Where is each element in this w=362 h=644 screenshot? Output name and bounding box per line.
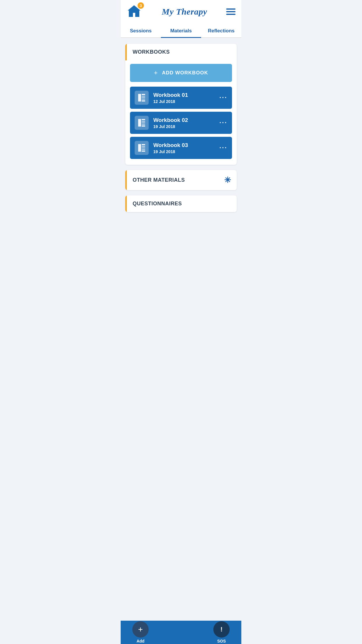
app-title: My Therapy bbox=[162, 7, 207, 17]
workbook-item-02[interactable]: Workbook 02 19 Jul 2018 ··· bbox=[130, 112, 232, 134]
workbook-name-03: Workbook 03 bbox=[153, 142, 215, 148]
workbook-info-01: Workbook 01 12 Jul 2018 bbox=[153, 92, 215, 104]
svg-rect-12 bbox=[138, 144, 141, 152]
svg-rect-0 bbox=[138, 94, 141, 102]
add-plus-icon: + bbox=[154, 69, 158, 77]
questionnaires-title: QUESTIONNAIRES bbox=[133, 201, 231, 207]
workbook-item-01[interactable]: Workbook 01 12 Jul 2018 ··· bbox=[130, 87, 232, 109]
svg-rect-3 bbox=[142, 97, 145, 98]
workbook-more-03[interactable]: ··· bbox=[219, 144, 227, 152]
workbook-icon-02 bbox=[135, 116, 149, 130]
svg-rect-9 bbox=[142, 123, 145, 123]
workbooks-section: WORKBOOKS + ADD WORKBOOK bbox=[125, 44, 237, 165]
home-button[interactable]: 3 bbox=[126, 4, 143, 20]
svg-rect-7 bbox=[142, 119, 145, 120]
svg-rect-11 bbox=[142, 125, 145, 127]
tab-reflections[interactable]: Reflections bbox=[201, 23, 241, 37]
workbook-info-02: Workbook 02 19 Jul 2018 bbox=[153, 117, 215, 129]
svg-rect-4 bbox=[142, 99, 145, 99]
workbook-name-01: Workbook 01 bbox=[153, 92, 215, 98]
workbook-date-02: 19 Jul 2018 bbox=[153, 124, 215, 129]
tab-sessions[interactable]: Sessions bbox=[121, 23, 161, 37]
hamburger-line-1 bbox=[226, 8, 236, 10]
svg-rect-10 bbox=[142, 124, 145, 125]
add-workbook-button[interactable]: + ADD WORKBOOK bbox=[130, 64, 232, 82]
workbook-date-03: 19 Jul 2018 bbox=[153, 149, 215, 154]
workbook-date-01: 12 Jul 2018 bbox=[153, 99, 215, 104]
questionnaires-section: QUESTIONNAIRES bbox=[125, 195, 237, 212]
workbooks-header: WORKBOOKS bbox=[125, 44, 237, 60]
svg-rect-15 bbox=[142, 148, 145, 148]
hamburger-line-3 bbox=[226, 14, 236, 15]
other-materials-section: OTHER MATERIALS ✳ bbox=[125, 170, 237, 190]
app-header: 3 My Therapy bbox=[121, 0, 241, 23]
svg-rect-5 bbox=[142, 100, 145, 102]
questionnaires-header: QUESTIONNAIRES bbox=[125, 195, 237, 212]
workbook-item-03[interactable]: Workbook 03 19 Jul 2018 ··· bbox=[130, 137, 232, 159]
asterisk-icon[interactable]: ✳ bbox=[224, 175, 231, 185]
svg-rect-14 bbox=[142, 146, 145, 147]
workbook-name-02: Workbook 02 bbox=[153, 117, 215, 123]
tab-materials[interactable]: Materials bbox=[161, 23, 201, 37]
add-workbook-label: ADD WORKBOOK bbox=[162, 70, 208, 76]
svg-rect-13 bbox=[142, 144, 145, 145]
svg-rect-17 bbox=[142, 150, 145, 152]
workbook-more-01[interactable]: ··· bbox=[219, 94, 227, 102]
workbook-info-03: Workbook 03 19 Jul 2018 bbox=[153, 142, 215, 154]
other-materials-title: OTHER MATERIALS bbox=[133, 177, 224, 183]
menu-button[interactable] bbox=[226, 8, 236, 15]
main-content: WORKBOOKS + ADD WORKBOOK bbox=[121, 38, 241, 241]
workbook-icon-03 bbox=[135, 141, 149, 155]
svg-rect-2 bbox=[142, 96, 145, 97]
other-materials-header: OTHER MATERIALS ✳ bbox=[125, 170, 237, 190]
workbook-more-02[interactable]: ··· bbox=[219, 119, 227, 127]
notification-badge: 3 bbox=[138, 2, 144, 9]
svg-rect-6 bbox=[138, 119, 141, 127]
workbook-icon-01 bbox=[135, 91, 149, 105]
svg-rect-1 bbox=[142, 94, 145, 95]
svg-rect-16 bbox=[142, 149, 145, 150]
hamburger-line-2 bbox=[226, 11, 236, 12]
tab-bar: Sessions Materials Reflections bbox=[121, 23, 241, 38]
workbooks-body: + ADD WORKBOOK Workbook 01 bbox=[125, 60, 237, 165]
workbooks-title: WORKBOOKS bbox=[133, 49, 231, 55]
svg-rect-8 bbox=[142, 121, 145, 122]
